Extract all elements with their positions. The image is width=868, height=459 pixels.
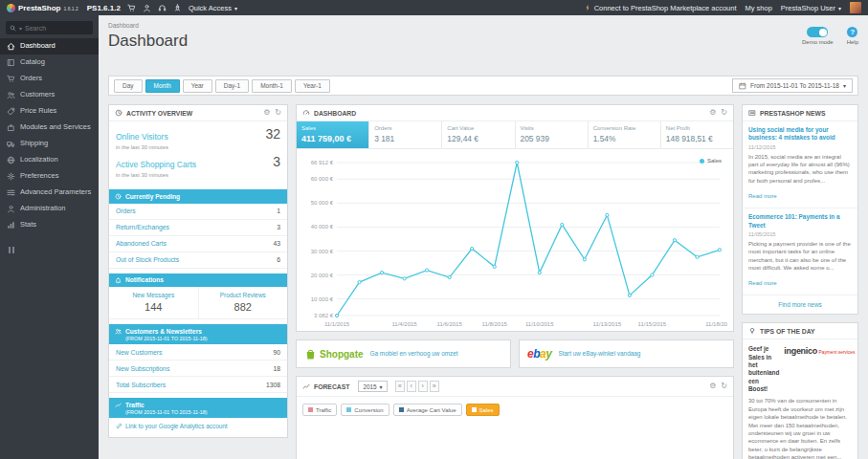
avatar[interactable] xyxy=(850,2,861,13)
filter-month-1-button[interactable]: Month-1 xyxy=(252,79,292,93)
gear-icon[interactable]: ⚙ xyxy=(709,109,716,117)
pending-row: Return/Exchanges3 xyxy=(109,220,287,236)
bolt-icon xyxy=(584,4,591,11)
breadcrumb[interactable]: Dashboard xyxy=(108,22,188,29)
svg-text:11/15/2015: 11/15/2015 xyxy=(638,321,667,327)
filter-day-1-button[interactable]: Day-1 xyxy=(215,79,249,93)
date-filter-bar: Day Month Year Day-1 Month-1 Year-1 From… xyxy=(108,76,858,96)
sidebar-item-dashboard[interactable]: Dashboard xyxy=(0,38,99,55)
svg-text:11/4/2015: 11/4/2015 xyxy=(391,321,417,327)
ebay-link[interactable]: Start uw eBay-winkel vandaag xyxy=(558,350,640,358)
svg-text:60 000 €: 60 000 € xyxy=(311,176,334,182)
traffic-header: Traffic (FROM 2015-11-01 TO 2015-11-18) xyxy=(109,398,287,418)
kpi-orders[interactable]: Orders3 181 xyxy=(369,121,442,148)
last-page-button[interactable]: » xyxy=(430,381,439,392)
clock-icon xyxy=(115,193,122,200)
user-menu[interactable]: PrestaShop User ▾ xyxy=(781,4,841,12)
filter-year-button[interactable]: Year xyxy=(183,79,212,93)
kpi-sales[interactable]: Sales411 759,00 € xyxy=(297,121,369,148)
sidebar-item-price-rules[interactable]: Price Rules xyxy=(0,103,99,120)
refresh-icon[interactable]: ↻ xyxy=(275,109,281,117)
sidebar-item-localization[interactable]: Localization xyxy=(0,152,99,168)
news-article-title[interactable]: Using social media for your business: 4 … xyxy=(748,126,852,142)
shopping-bag-icon xyxy=(304,348,317,361)
tips-of-the-day-panel: Tips of the day Geef je Sales in het bui… xyxy=(742,322,858,459)
kpi-cart-value[interactable]: Cart Value129,44 € xyxy=(442,121,515,148)
sidebar-collapse-button[interactable] xyxy=(0,233,99,264)
gear-icon[interactable]: ⚙ xyxy=(263,109,270,117)
read-more-link[interactable]: Read more xyxy=(748,280,777,286)
help-button[interactable]: ? Help xyxy=(847,27,858,51)
panel-title: Tips of the day xyxy=(760,328,815,335)
chevron-down-icon: ▾ xyxy=(380,383,383,390)
filter-day-button[interactable]: Day xyxy=(114,79,143,93)
legend-avg-cart-value-toggle[interactable]: Average Cart Value xyxy=(393,404,462,416)
shopgate-link[interactable]: Ga mobiel en verhoog uw omzet xyxy=(370,350,458,358)
refresh-icon[interactable]: ↻ xyxy=(721,382,727,390)
ingenico-logo: ingenico Payment services xyxy=(784,345,855,393)
customers-topbar-icon[interactable] xyxy=(143,4,151,12)
refresh-icon[interactable]: ↻ xyxy=(721,109,727,117)
year-select[interactable]: 2015 ▾ xyxy=(358,381,387,392)
news-article-title[interactable]: Ecommerce 101: Payments in a Tweet xyxy=(748,213,852,230)
sidebar-item-preferences[interactable]: Preferences xyxy=(0,168,99,185)
customers-row: New Subscriptions18 xyxy=(109,361,287,377)
kpi-net-profit[interactable]: Net Profit148 918,51 € xyxy=(661,121,733,148)
date-range-picker[interactable]: From 2015-11-01 To 2015-11-18 ▾ xyxy=(732,78,853,93)
search-input[interactable] xyxy=(25,25,89,32)
prev-page-button[interactable]: ‹ xyxy=(407,381,416,392)
sidebar-item-administration[interactable]: Administration xyxy=(0,201,99,217)
prestashop-logo[interactable]: PrestaShop 1.6.1.2 xyxy=(7,4,78,12)
legend-conversion-toggle[interactable]: Conversion xyxy=(341,404,389,416)
sidebar-item-customers[interactable]: Customers xyxy=(0,87,99,103)
marketplace-link[interactable]: Connect to PrestaShop Marketplace accoun… xyxy=(584,4,737,12)
next-page-button[interactable]: › xyxy=(418,381,428,392)
sidebar-item-shipping[interactable]: Shipping xyxy=(0,136,99,152)
headset-icon[interactable] xyxy=(158,4,167,12)
filter-month-button[interactable]: Month xyxy=(145,79,180,93)
notifications-table: New Messages 144 Product Reviews 882 xyxy=(109,287,287,319)
demo-mode-toggle[interactable] xyxy=(807,27,828,37)
google-analytics-link[interactable]: Link to your Google Analytics account xyxy=(109,418,287,437)
bell-icon xyxy=(115,277,122,284)
legend-sales-toggle[interactable]: Sales xyxy=(466,404,500,416)
active-carts-link[interactable]: Active Shopping Carts xyxy=(116,160,196,169)
online-visitors-link[interactable]: Online Visitors xyxy=(116,132,168,142)
sidebar-search: ▾ xyxy=(6,21,93,34)
panel-title: Forecast xyxy=(314,383,349,390)
legend-traffic-toggle[interactable]: Traffic xyxy=(302,404,337,416)
sidebar-item-stats[interactable]: Stats xyxy=(0,217,99,233)
sliders-icon xyxy=(7,188,15,197)
demo-mode-label: Demo mode xyxy=(802,39,834,45)
cart-icon[interactable] xyxy=(127,4,136,12)
tip-body: 30 tot 70% van de consumenten in Europa … xyxy=(748,397,852,459)
svg-text:50 000 €: 50 000 € xyxy=(311,200,334,206)
chart-legend[interactable]: Sales xyxy=(700,158,722,164)
filter-year-1-button[interactable]: Year-1 xyxy=(295,79,330,93)
shopgate-module: Shopgate Ga mobiel en verhoog uw omzet xyxy=(296,339,511,368)
person-icon xyxy=(7,205,15,213)
speedometer-icon xyxy=(302,109,310,117)
new-messages-cell[interactable]: New Messages 144 xyxy=(109,287,198,318)
customers-row: New Customers90 xyxy=(109,344,287,361)
first-page-button[interactable]: « xyxy=(395,381,405,392)
read-more-link[interactable]: Read more xyxy=(748,193,777,199)
quick-access-menu[interactable]: Quick Access ▾ xyxy=(189,4,237,12)
sidebar-item-catalog[interactable]: Catalog xyxy=(0,55,99,71)
main-content: Dashboard Dashboard Demo mode ? Help Day… xyxy=(99,15,868,459)
currently-pending-header: Currently Pending xyxy=(109,189,287,204)
truck-icon xyxy=(7,140,15,148)
sidebar-item-modules[interactable]: Modules and Services xyxy=(0,120,99,136)
my-shop-link[interactable]: My shop xyxy=(746,4,772,12)
sales-line-chart: 3 082 €10 000 €20 000 €30 000 €40 000 €5… xyxy=(302,155,727,329)
kpi-visits[interactable]: Visits205 939 xyxy=(516,121,589,148)
gear-icon[interactable]: ⚙ xyxy=(709,382,716,390)
search-scope-caret-icon[interactable]: ▾ xyxy=(19,25,22,32)
sidebar-item-orders[interactable]: Orders xyxy=(0,71,99,87)
find-more-news-link[interactable]: Find more news xyxy=(743,295,857,314)
kpi-conversion-rate[interactable]: Conversion Rate1.54% xyxy=(589,121,661,148)
product-reviews-cell[interactable]: Product Reviews 882 xyxy=(198,287,288,318)
sidebar-item-advanced-parameters[interactable]: Advanced Parameters xyxy=(0,185,99,201)
rocket-icon[interactable] xyxy=(173,4,182,12)
trend-icon xyxy=(115,402,122,408)
